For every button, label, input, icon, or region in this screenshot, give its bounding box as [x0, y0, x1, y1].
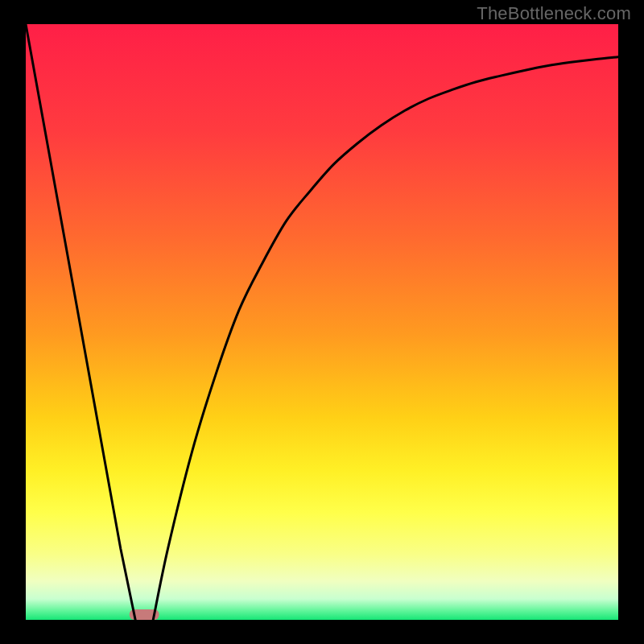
chart-svg: [0, 0, 644, 644]
plot-background: [26, 24, 618, 620]
chart-frame: TheBottleneck.com: [0, 0, 644, 644]
watermark-text: TheBottleneck.com: [477, 3, 631, 24]
